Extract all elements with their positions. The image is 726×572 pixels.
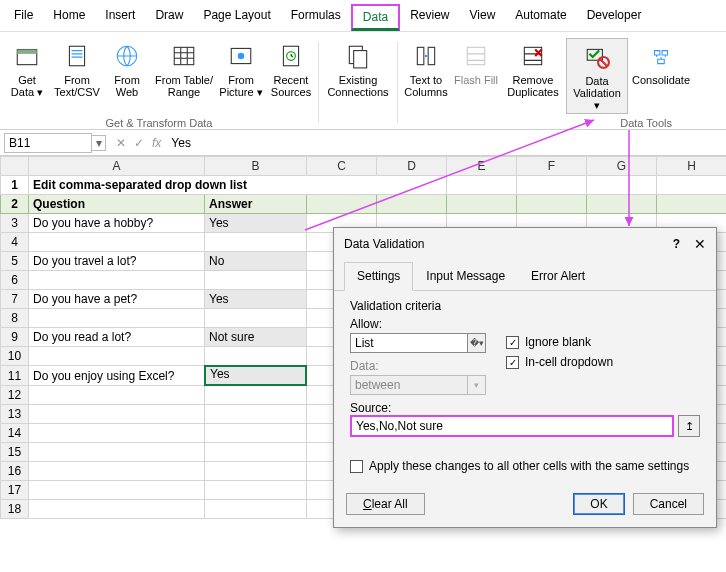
row-header[interactable]: 9 xyxy=(1,328,29,347)
cell[interactable] xyxy=(29,271,205,290)
menu-automate[interactable]: Automate xyxy=(505,4,576,31)
source-input[interactable] xyxy=(350,415,674,437)
clear-all-button[interactable]: Clear All xyxy=(346,493,425,515)
cell[interactable] xyxy=(517,176,587,195)
cell[interactable] xyxy=(205,481,307,500)
tab-error-alert[interactable]: Error Alert xyxy=(518,262,598,290)
row-header[interactable]: 13 xyxy=(1,405,29,424)
from-picture-button[interactable]: From Picture ▾ xyxy=(217,38,265,100)
cell[interactable] xyxy=(517,195,587,214)
cell[interactable] xyxy=(205,271,307,290)
cell[interactable]: Yes▼ xyxy=(205,366,306,385)
cell[interactable]: Edit comma-separated drop down list xyxy=(29,176,447,195)
cell[interactable]: Do you have a pet? xyxy=(29,290,205,309)
cell[interactable]: Answer xyxy=(205,195,307,214)
menu-formulas[interactable]: Formulas xyxy=(281,4,351,31)
cell[interactable] xyxy=(205,500,307,519)
data-validation-button[interactable]: Data Validation ▾ xyxy=(566,38,628,114)
row-header[interactable]: 7 xyxy=(1,290,29,309)
recent-sources-button[interactable]: Recent Sources xyxy=(267,38,315,100)
cell[interactable] xyxy=(29,462,205,481)
cell[interactable] xyxy=(29,233,205,252)
cell[interactable] xyxy=(587,195,657,214)
tab-input-message[interactable]: Input Message xyxy=(413,262,518,290)
cell[interactable] xyxy=(657,176,727,195)
col-header-A[interactable]: A xyxy=(29,157,205,176)
cell[interactable] xyxy=(205,405,307,424)
cell[interactable] xyxy=(205,233,307,252)
from-table-range-button[interactable]: From Table/ Range xyxy=(153,38,215,100)
consolidate-button[interactable]: Consolidate xyxy=(630,38,692,114)
name-box[interactable]: B11 xyxy=(4,133,92,153)
cell[interactable] xyxy=(29,347,205,366)
row-header[interactable]: 6 xyxy=(1,271,29,290)
name-box-dropdown[interactable]: ▾ xyxy=(92,135,106,151)
from-textcsv-button[interactable]: From Text/CSV xyxy=(53,38,101,100)
tab-settings[interactable]: Settings xyxy=(344,262,413,291)
row-header[interactable]: 17 xyxy=(1,481,29,500)
row-header[interactable]: 16 xyxy=(1,462,29,481)
cancel-button[interactable]: Cancel xyxy=(633,493,704,515)
help-icon[interactable]: ? xyxy=(673,237,680,251)
cell[interactable]: No xyxy=(205,252,307,271)
cell[interactable] xyxy=(447,195,517,214)
flash-fill-button[interactable]: Flash Fill xyxy=(452,38,500,114)
menu-home[interactable]: Home xyxy=(43,4,95,31)
col-header-B[interactable]: B xyxy=(205,157,307,176)
cell[interactable]: Not sure xyxy=(205,328,307,347)
remove-duplicates-button[interactable]: Remove Duplicates xyxy=(502,38,564,114)
cell[interactable] xyxy=(205,347,307,366)
cell[interactable] xyxy=(657,195,727,214)
menu-review[interactable]: Review xyxy=(400,4,459,31)
menu-developer[interactable]: Developer xyxy=(577,4,652,31)
cell[interactable] xyxy=(29,500,205,519)
cell[interactable] xyxy=(29,481,205,500)
menu-page-layout[interactable]: Page Layout xyxy=(193,4,280,31)
cell[interactable] xyxy=(205,424,307,443)
row-header[interactable]: 5 xyxy=(1,252,29,271)
cell[interactable] xyxy=(377,195,447,214)
cell[interactable] xyxy=(29,386,205,405)
row-header[interactable]: 2 xyxy=(1,195,29,214)
fx-icon[interactable]: fx xyxy=(148,136,165,150)
cell[interactable] xyxy=(205,462,307,481)
row-header[interactable]: 15 xyxy=(1,443,29,462)
col-header-E[interactable]: E xyxy=(447,157,517,176)
cell[interactable] xyxy=(29,309,205,328)
menu-view[interactable]: View xyxy=(460,4,506,31)
cell[interactable] xyxy=(29,424,205,443)
close-icon[interactable]: ✕ xyxy=(694,236,706,252)
row-header[interactable]: 14 xyxy=(1,424,29,443)
cancel-formula-icon[interactable]: ✕ xyxy=(112,136,130,150)
cell[interactable]: Question xyxy=(29,195,205,214)
row-header[interactable]: 18 xyxy=(1,500,29,519)
select-all-corner[interactable] xyxy=(1,157,29,176)
allow-select[interactable]: List�▾ xyxy=(350,333,486,353)
col-header-D[interactable]: D xyxy=(377,157,447,176)
cell[interactable] xyxy=(205,386,307,405)
row-header[interactable]: 4 xyxy=(1,233,29,252)
cell[interactable] xyxy=(29,443,205,462)
cell[interactable] xyxy=(447,176,517,195)
row-header[interactable]: 1 xyxy=(1,176,29,195)
row-header[interactable]: 8 xyxy=(1,309,29,328)
cell[interactable]: Yes xyxy=(205,290,307,309)
accept-formula-icon[interactable]: ✓ xyxy=(130,136,148,150)
col-header-C[interactable]: C xyxy=(307,157,377,176)
cell[interactable]: Do you read a lot? xyxy=(29,328,205,347)
cell[interactable]: Do you have a hobby? xyxy=(29,214,205,233)
menu-insert[interactable]: Insert xyxy=(95,4,145,31)
row-header[interactable]: 11 xyxy=(1,366,29,386)
menu-file[interactable]: File xyxy=(4,4,43,31)
text-to-columns-button[interactable]: Text to Columns xyxy=(402,38,450,114)
apply-all-checkbox[interactable]: Apply these changes to all other cells w… xyxy=(350,459,700,473)
cell[interactable] xyxy=(205,443,307,462)
cell[interactable]: Yes xyxy=(205,214,307,233)
cell[interactable] xyxy=(205,309,307,328)
col-header-F[interactable]: F xyxy=(517,157,587,176)
ok-button[interactable]: OK xyxy=(573,493,624,515)
row-header[interactable]: 10 xyxy=(1,347,29,366)
menu-data[interactable]: Data xyxy=(351,4,400,31)
get-data-button[interactable]: Get Data ▾ xyxy=(3,38,51,100)
cell[interactable]: Do you enjoy using Excel? xyxy=(29,366,205,386)
